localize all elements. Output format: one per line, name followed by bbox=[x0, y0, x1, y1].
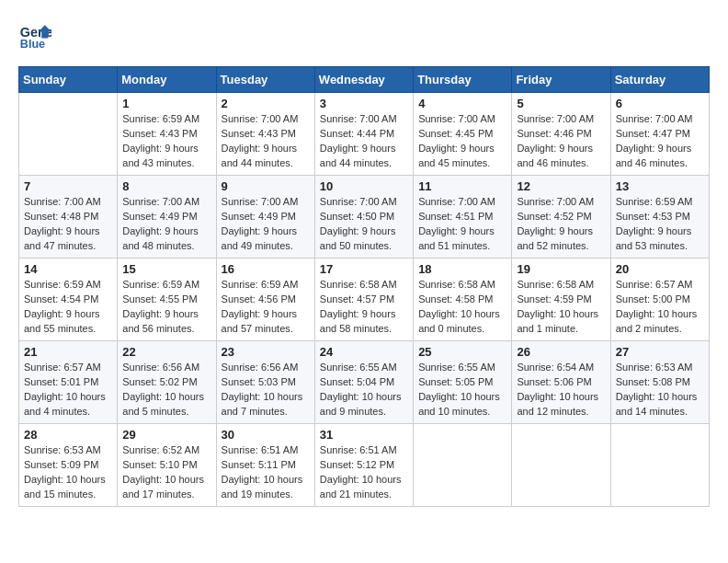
week-row-3: 14Sunrise: 6:59 AM Sunset: 4:54 PM Dayli… bbox=[19, 259, 710, 341]
day-info: Sunrise: 7:00 AM Sunset: 4:47 PM Dayligh… bbox=[616, 112, 704, 171]
day-number: 12 bbox=[517, 179, 605, 193]
day-number: 9 bbox=[222, 179, 310, 193]
calendar-cell: 20Sunrise: 6:57 AM Sunset: 5:00 PM Dayli… bbox=[610, 259, 709, 341]
day-number: 26 bbox=[517, 345, 605, 359]
calendar-cell bbox=[414, 424, 512, 507]
day-number: 13 bbox=[616, 179, 704, 193]
calendar-cell: 7Sunrise: 7:00 AM Sunset: 4:48 PM Daylig… bbox=[19, 176, 118, 259]
day-info: Sunrise: 6:55 AM Sunset: 5:05 PM Dayligh… bbox=[418, 361, 506, 419]
day-number: 21 bbox=[24, 345, 112, 359]
day-number: 25 bbox=[418, 345, 506, 359]
calendar-cell: 16Sunrise: 6:59 AM Sunset: 4:56 PM Dayli… bbox=[216, 259, 314, 341]
day-number: 14 bbox=[24, 262, 112, 276]
header-day-tuesday: Tuesday bbox=[216, 67, 314, 93]
header-day-saturday: Saturday bbox=[610, 67, 709, 93]
day-info: Sunrise: 6:51 AM Sunset: 5:11 PM Dayligh… bbox=[222, 443, 310, 502]
calendar-cell: 23Sunrise: 6:56 AM Sunset: 5:03 PM Dayli… bbox=[216, 341, 314, 424]
calendar-cell: 29Sunrise: 6:52 AM Sunset: 5:10 PM Dayli… bbox=[118, 424, 216, 507]
day-number: 31 bbox=[320, 428, 408, 442]
calendar-cell: 1Sunrise: 6:59 AM Sunset: 4:43 PM Daylig… bbox=[118, 93, 216, 176]
day-number: 2 bbox=[222, 97, 310, 110]
header-day-thursday: Thursday bbox=[414, 67, 512, 93]
day-info: Sunrise: 6:59 AM Sunset: 4:55 PM Dayligh… bbox=[122, 278, 210, 337]
header-day-sunday: Sunday bbox=[19, 67, 118, 93]
header-day-monday: Monday bbox=[118, 67, 216, 93]
calendar-cell: 25Sunrise: 6:55 AM Sunset: 5:05 PM Dayli… bbox=[414, 341, 512, 424]
day-info: Sunrise: 6:59 AM Sunset: 4:54 PM Dayligh… bbox=[24, 278, 112, 337]
calendar-cell: 11Sunrise: 7:00 AM Sunset: 4:51 PM Dayli… bbox=[414, 176, 512, 259]
day-number: 18 bbox=[418, 262, 506, 276]
calendar-cell: 31Sunrise: 6:51 AM Sunset: 5:12 PM Dayli… bbox=[314, 424, 413, 507]
calendar-cell: 13Sunrise: 6:59 AM Sunset: 4:53 PM Dayli… bbox=[610, 176, 709, 259]
page-header: General Blue bbox=[18, 18, 710, 52]
header-day-friday: Friday bbox=[512, 67, 610, 93]
day-number: 1 bbox=[122, 97, 210, 110]
calendar-cell: 3Sunrise: 7:00 AM Sunset: 4:44 PM Daylig… bbox=[314, 93, 413, 176]
day-info: Sunrise: 7:00 AM Sunset: 4:49 PM Dayligh… bbox=[122, 195, 210, 254]
calendar-cell: 24Sunrise: 6:55 AM Sunset: 5:04 PM Dayli… bbox=[314, 341, 413, 424]
calendar-cell: 2Sunrise: 7:00 AM Sunset: 4:43 PM Daylig… bbox=[216, 93, 314, 176]
day-number: 10 bbox=[320, 179, 408, 193]
calendar-cell bbox=[610, 424, 709, 507]
day-info: Sunrise: 6:59 AM Sunset: 4:43 PM Dayligh… bbox=[122, 112, 210, 171]
calendar-cell: 10Sunrise: 7:00 AM Sunset: 4:50 PM Dayli… bbox=[314, 176, 413, 259]
day-info: Sunrise: 6:55 AM Sunset: 5:04 PM Dayligh… bbox=[320, 361, 408, 419]
day-number: 5 bbox=[517, 97, 605, 110]
calendar-table: SundayMondayTuesdayWednesdayThursdayFrid… bbox=[18, 66, 710, 507]
calendar-cell: 26Sunrise: 6:54 AM Sunset: 5:06 PM Dayli… bbox=[512, 341, 610, 424]
day-number: 23 bbox=[222, 345, 310, 359]
day-info: Sunrise: 7:00 AM Sunset: 4:50 PM Dayligh… bbox=[320, 195, 408, 254]
day-info: Sunrise: 6:54 AM Sunset: 5:06 PM Dayligh… bbox=[517, 361, 605, 419]
day-info: Sunrise: 6:52 AM Sunset: 5:10 PM Dayligh… bbox=[122, 443, 210, 502]
svg-text:Blue: Blue bbox=[20, 38, 45, 51]
day-info: Sunrise: 6:58 AM Sunset: 4:57 PM Dayligh… bbox=[320, 278, 408, 337]
calendar-cell: 17Sunrise: 6:58 AM Sunset: 4:57 PM Dayli… bbox=[314, 259, 413, 341]
header-row: SundayMondayTuesdayWednesdayThursdayFrid… bbox=[19, 67, 710, 93]
day-info: Sunrise: 7:00 AM Sunset: 4:45 PM Dayligh… bbox=[418, 112, 506, 171]
calendar-cell: 27Sunrise: 6:53 AM Sunset: 5:08 PM Dayli… bbox=[610, 341, 709, 424]
day-number: 8 bbox=[122, 179, 210, 193]
calendar-cell: 28Sunrise: 6:53 AM Sunset: 5:09 PM Dayli… bbox=[19, 424, 118, 507]
day-number: 24 bbox=[320, 345, 408, 359]
day-info: Sunrise: 7:00 AM Sunset: 4:52 PM Dayligh… bbox=[517, 195, 605, 254]
calendar-body: 1Sunrise: 6:59 AM Sunset: 4:43 PM Daylig… bbox=[19, 93, 710, 507]
calendar-cell: 9Sunrise: 7:00 AM Sunset: 4:49 PM Daylig… bbox=[216, 176, 314, 259]
calendar-cell: 5Sunrise: 7:00 AM Sunset: 4:46 PM Daylig… bbox=[512, 93, 610, 176]
calendar-cell: 22Sunrise: 6:56 AM Sunset: 5:02 PM Dayli… bbox=[118, 341, 216, 424]
day-info: Sunrise: 7:00 AM Sunset: 4:44 PM Dayligh… bbox=[320, 112, 408, 171]
day-info: Sunrise: 7:00 AM Sunset: 4:49 PM Dayligh… bbox=[222, 195, 310, 254]
calendar-cell: 14Sunrise: 6:59 AM Sunset: 4:54 PM Dayli… bbox=[19, 259, 118, 341]
day-info: Sunrise: 6:56 AM Sunset: 5:03 PM Dayligh… bbox=[222, 361, 310, 419]
calendar-cell: 18Sunrise: 6:58 AM Sunset: 4:58 PM Dayli… bbox=[414, 259, 512, 341]
calendar-header: SundayMondayTuesdayWednesdayThursdayFrid… bbox=[19, 67, 710, 93]
day-info: Sunrise: 6:53 AM Sunset: 5:09 PM Dayligh… bbox=[24, 443, 112, 502]
day-number: 20 bbox=[616, 262, 704, 276]
day-info: Sunrise: 6:58 AM Sunset: 4:59 PM Dayligh… bbox=[517, 278, 605, 337]
week-row-4: 21Sunrise: 6:57 AM Sunset: 5:01 PM Dayli… bbox=[19, 341, 710, 424]
day-info: Sunrise: 6:58 AM Sunset: 4:58 PM Dayligh… bbox=[418, 278, 506, 337]
day-number: 16 bbox=[222, 262, 310, 276]
day-number: 4 bbox=[418, 97, 506, 110]
day-info: Sunrise: 7:00 AM Sunset: 4:48 PM Dayligh… bbox=[24, 195, 112, 254]
calendar-cell: 19Sunrise: 6:58 AM Sunset: 4:59 PM Dayli… bbox=[512, 259, 610, 341]
day-number: 3 bbox=[320, 97, 408, 110]
calendar-cell: 21Sunrise: 6:57 AM Sunset: 5:01 PM Dayli… bbox=[19, 341, 118, 424]
calendar-cell: 30Sunrise: 6:51 AM Sunset: 5:11 PM Dayli… bbox=[216, 424, 314, 507]
day-number: 17 bbox=[320, 262, 408, 276]
day-info: Sunrise: 6:53 AM Sunset: 5:08 PM Dayligh… bbox=[616, 361, 704, 419]
calendar-cell bbox=[19, 93, 118, 176]
day-number: 30 bbox=[222, 428, 310, 442]
day-number: 29 bbox=[122, 428, 210, 442]
day-number: 15 bbox=[122, 262, 210, 276]
day-number: 11 bbox=[418, 179, 506, 193]
day-number: 6 bbox=[616, 97, 704, 110]
day-info: Sunrise: 7:00 AM Sunset: 4:43 PM Dayligh… bbox=[222, 112, 310, 171]
logo-icon: General Blue bbox=[18, 18, 51, 52]
day-info: Sunrise: 7:00 AM Sunset: 4:51 PM Dayligh… bbox=[418, 195, 506, 254]
day-number: 22 bbox=[122, 345, 210, 359]
week-row-5: 28Sunrise: 6:53 AM Sunset: 5:09 PM Dayli… bbox=[19, 424, 710, 507]
calendar-cell: 8Sunrise: 7:00 AM Sunset: 4:49 PM Daylig… bbox=[118, 176, 216, 259]
calendar-cell: 15Sunrise: 6:59 AM Sunset: 4:55 PM Dayli… bbox=[118, 259, 216, 341]
logo: General Blue bbox=[18, 18, 57, 52]
day-info: Sunrise: 6:59 AM Sunset: 4:56 PM Dayligh… bbox=[222, 278, 310, 337]
